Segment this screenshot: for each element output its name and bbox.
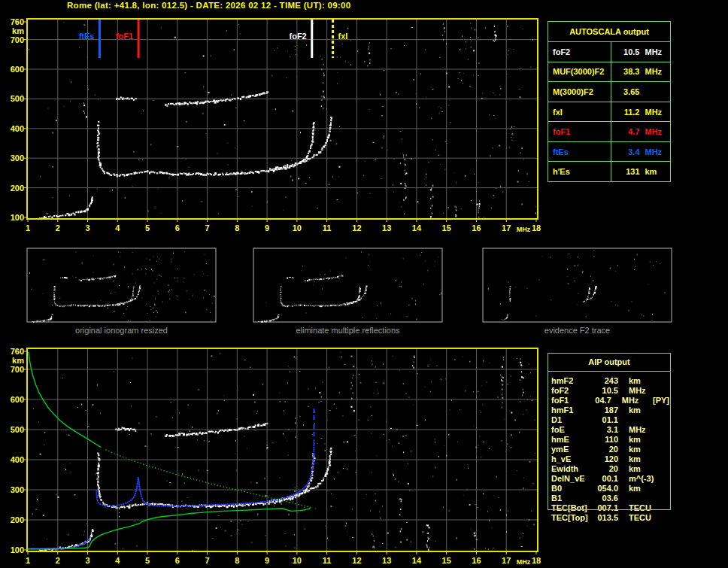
x-tick-label: 12	[352, 223, 361, 232]
parameter-value: 4.7MHz	[611, 127, 670, 136]
x-tick-label: 11	[323, 223, 332, 232]
top-ionogram-plot: ftEsfoF1foF2fxI1234567891011121314151617…	[11, 17, 541, 233]
x-tick-label: 10	[293, 556, 302, 565]
x-tick-label: 17	[502, 556, 511, 565]
aip-val: 04.7	[590, 396, 611, 405]
noise-speckle-field	[29, 22, 536, 219]
autoscala-table-rows: foF210.5MHzMUF(3000)F238.3MHzM(3000)F23.…	[548, 42, 670, 181]
y-tick-label: 200	[11, 184, 24, 193]
x-tick-label: 12	[352, 556, 361, 565]
parameter-name: M(3000)F2	[548, 82, 611, 102]
parameter-value: 10.5MHz	[611, 47, 670, 56]
aip-name: Ewidth	[551, 464, 595, 474]
x-tick-label: 18	[532, 556, 541, 565]
aip-row-TEC[Top]: TEC[Top]013.5TECU	[551, 513, 669, 523]
autoscala-row-foF1: foF14.7MHz	[548, 121, 670, 141]
aip-name: DelN_vE	[551, 474, 595, 484]
aip-row-hmF1: hmF1187km	[551, 405, 669, 415]
y-tick-label: 300	[11, 485, 24, 494]
plot-border	[27, 19, 538, 219]
x-tick-label: 5	[145, 556, 150, 565]
y-tick-label: 700	[11, 35, 24, 44]
aip-name: foF1	[551, 396, 590, 405]
parameter-value: 3.4MHz	[611, 147, 670, 156]
aip-table-rows: hmF2243kmfoF210.5MHzfoF104.7MHz[PY]hmF11…	[551, 376, 669, 523]
parameter-value: 3.65	[611, 87, 670, 96]
x-tick-label: 6	[175, 556, 180, 565]
aip-name: D1	[551, 415, 595, 425]
x-tick-label: 10	[293, 223, 302, 232]
thumbnail-caption-original: original ionogram resized	[27, 326, 216, 335]
aip-unit: MHz	[622, 396, 653, 405]
aip-val: 20	[595, 445, 618, 454]
aip-extra: [PY]	[653, 396, 669, 405]
parameter-name: foF2	[548, 42, 611, 62]
x-tick-label: 6	[175, 223, 180, 232]
aip-row-Ewidth: Ewidth20km	[551, 464, 669, 474]
x-tick-label: 14	[412, 556, 422, 565]
y-tick-label: 600	[11, 395, 24, 404]
x-tick-label: 13	[382, 556, 391, 565]
aip-val: 20	[595, 464, 618, 474]
autoscala-output-table: AUTOSCALA output foF210.5MHzMUF(3000)F23…	[548, 21, 671, 182]
x-tick-label: 15	[442, 223, 451, 232]
aip-unit: km	[629, 464, 663, 474]
aip-name: B0	[551, 484, 595, 494]
x-tick-label: 3	[85, 223, 89, 232]
y-tick-label: 200	[11, 515, 24, 524]
x-tick-label: 2	[56, 556, 60, 565]
aip-unit: km	[629, 435, 663, 445]
aip-unit: km	[629, 454, 663, 464]
x-tick-label: 11	[323, 556, 332, 565]
aip-val: 3.1	[595, 425, 618, 435]
marker-label-foF2: foF2	[290, 32, 307, 41]
y-tick-label: 300	[11, 153, 24, 163]
parameter-name: foF1	[548, 122, 611, 141]
autoscala-screen: Rome (lat: +41.8, lon: 012.5) - DATE: 20…	[0, 0, 728, 568]
parameter-value: 38.3MHz	[611, 67, 670, 76]
x-tick-label: 2	[56, 223, 60, 232]
autoscala-table-title: AUTOSCALA output	[548, 22, 670, 42]
parameter-name: h'Es	[548, 162, 611, 181]
aip-name: hmE	[551, 435, 595, 445]
y-tick-label: 760	[11, 347, 24, 356]
aip-val: 00.1	[595, 474, 618, 484]
y-axis-unit-label: km	[12, 26, 24, 35]
x-tick-label: 7	[205, 223, 210, 232]
parameter-value: 131km	[611, 167, 670, 176]
aip-name: ymE	[551, 445, 595, 454]
aip-unit: m^(-3)	[629, 474, 663, 484]
y-tick-label: 100	[11, 545, 24, 554]
x-tick-label: 9	[265, 556, 269, 565]
autoscala-row-MUF(3000)F2: MUF(3000)F238.3MHz	[548, 62, 670, 82]
aip-row-foF1: foF104.7MHz[PY]	[551, 396, 669, 405]
y-tick-label: 400	[11, 455, 24, 464]
aip-name: TEC[Bot]	[551, 503, 595, 513]
aip-row-D1: D101.1	[551, 415, 669, 425]
x-tick-label: 18	[532, 223, 541, 232]
y-tick-label: 600	[11, 65, 24, 74]
aip-val: 10.5	[595, 386, 618, 396]
marker-label-fxI: fxI	[338, 32, 348, 41]
thumbnail-panel-1	[27, 248, 216, 323]
aip-name: hmF1	[551, 405, 595, 415]
x-tick-label: 4	[115, 556, 120, 565]
aip-unit: km	[629, 445, 663, 454]
aip-unit	[629, 494, 663, 503]
aip-unit	[629, 415, 663, 425]
aip-name: TEC[Top]	[551, 513, 595, 523]
x-tick-label: 5	[145, 223, 150, 232]
thumbnail-caption-eliminate: eliminate multiple reflections	[253, 326, 442, 335]
x-tick-label: 1	[26, 556, 30, 565]
x-tick-label: 14	[412, 223, 422, 232]
marker-label-foF1: foF1	[116, 32, 133, 41]
aip-name: h_vE	[551, 454, 595, 464]
thumbnail-panel-3	[483, 248, 672, 322]
aip-table-title: AIP output	[548, 353, 670, 372]
x-tick-label: 3	[85, 556, 89, 565]
aip-val: 013.5	[595, 513, 618, 523]
aip-row-hmE: hmE110km	[551, 435, 669, 445]
marker-label-ftEs: ftEs	[79, 32, 95, 41]
x-tick-label: 4	[115, 223, 120, 232]
y-tick-label: 760	[11, 17, 24, 26]
